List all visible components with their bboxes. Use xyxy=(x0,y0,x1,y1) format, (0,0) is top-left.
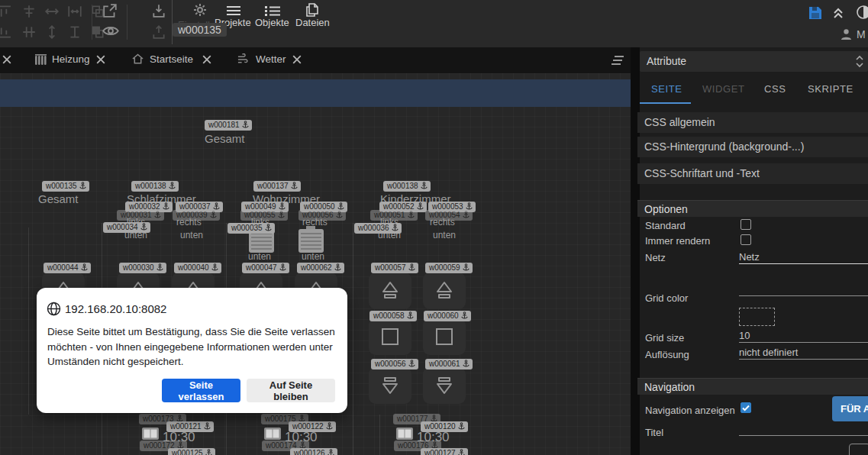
widget-badge[interactable]: w000126 xyxy=(290,448,337,455)
vis-editor-window: Einstell. w000135 Projekte Objekte Datei… xyxy=(0,0,868,455)
widget-badge[interactable]: w000122 xyxy=(289,421,336,432)
widget-badge[interactable]: w000040 xyxy=(174,263,221,273)
widget-badge[interactable]: w000035 xyxy=(227,223,275,234)
section-css-schriftart[interactable]: CSS-Schriftart und -Text xyxy=(637,163,868,184)
widget-badge[interactable]: w000127 xyxy=(421,448,468,455)
attribute-select[interactable]: Attribute xyxy=(640,51,868,72)
immer-rendern-label: Immer rendern xyxy=(645,235,710,247)
widget-badge[interactable]: w000135 xyxy=(42,181,89,192)
widget-label[interactable]: unten xyxy=(180,230,203,240)
widget-label[interactable]: unten xyxy=(248,251,271,262)
shutter-stop-button[interactable] xyxy=(423,318,466,355)
window-icon[interactable] xyxy=(396,428,413,440)
grid-size-input[interactable] xyxy=(739,329,868,343)
widget-badge[interactable]: w000044 xyxy=(44,263,91,273)
widget-badge[interactable]: w000121 xyxy=(166,421,214,432)
collapse-toolbar-icon[interactable] xyxy=(831,7,847,21)
save-icon[interactable] xyxy=(808,5,823,19)
widget-badge[interactable]: w000138 xyxy=(131,181,179,192)
group-border-line xyxy=(28,228,29,415)
grid-color-label: Grid color xyxy=(645,292,688,304)
widget-badge[interactable]: w000056 xyxy=(371,359,418,369)
widget-badge[interactable]: w000120 xyxy=(421,421,468,432)
section-css-hintergrund[interactable]: CSS-Hintergrund (background-...) xyxy=(637,137,868,157)
window-icon[interactable] xyxy=(142,428,159,440)
panel-tab-skripte[interactable]: SKRIPTE xyxy=(808,83,853,95)
aufloesung-input[interactable] xyxy=(739,346,868,360)
widget-badge[interactable]: w000051 xyxy=(370,210,418,221)
titel-label: Titel xyxy=(645,427,663,438)
dialog-message: Diese Seite bittet um Bestätigung, dass … xyxy=(47,324,337,369)
netz-label: Netz xyxy=(645,252,666,263)
widget-id-tooltip: w000135 xyxy=(173,23,227,37)
widget-badge[interactable]: w000036 xyxy=(354,223,402,234)
widget-badge[interactable]: w000054 xyxy=(425,210,473,221)
standard-checkbox[interactable] xyxy=(741,219,751,230)
widget-badge[interactable]: w000031 xyxy=(117,210,164,221)
widget-badge[interactable]: w000057 xyxy=(371,263,418,273)
theme-toggle-icon[interactable] xyxy=(856,5,868,18)
clipped-field-box xyxy=(849,444,868,455)
active-tab-underline xyxy=(640,102,691,104)
grid-color-input[interactable] xyxy=(739,282,868,296)
shutter-up-button[interactable] xyxy=(369,273,411,309)
widget-badge[interactable]: w000058 xyxy=(369,311,417,321)
select-chevrons-icon xyxy=(855,55,864,68)
group-navigation[interactable]: Navigation xyxy=(637,378,868,395)
widget-badge[interactable]: w000056 xyxy=(298,210,346,221)
grid-color-swatch[interactable] xyxy=(739,308,775,326)
widget-badge[interactable]: w000047 xyxy=(242,263,289,273)
stay-on-page-button[interactable]: Auf Seite bleiben xyxy=(247,379,335,402)
widget-badge[interactable]: w000125 xyxy=(168,448,215,455)
panel-tab-widget[interactable]: WIDGET xyxy=(702,83,745,95)
widget-badge[interactable]: w000060 xyxy=(424,311,471,321)
widget-label[interactable]: Gesamt xyxy=(38,192,79,205)
group-border-line xyxy=(379,415,380,455)
panel-tab-css[interactable]: CSS xyxy=(764,83,786,95)
panel-tab-seite[interactable]: SEITE xyxy=(651,83,682,95)
shutter-up-button[interactable] xyxy=(423,273,466,309)
leave-page-button[interactable]: Seite verlassen xyxy=(162,379,240,402)
group-border-line xyxy=(353,223,353,455)
standard-label: Standard xyxy=(645,220,686,231)
widget-badge[interactable]: w000055 xyxy=(240,210,288,221)
shutter-down-button[interactable] xyxy=(423,367,466,404)
widget-label[interactable]: unten xyxy=(433,230,456,240)
user-initial: M xyxy=(857,28,866,40)
titel-input[interactable] xyxy=(739,422,868,436)
aufloesung-label: Auflösung xyxy=(645,349,689,360)
dialog-host: 192.168.20.10:8082 xyxy=(65,302,166,315)
shutter-stop-button[interactable] xyxy=(369,318,411,355)
widget-badge[interactable]: w000061 xyxy=(425,359,473,369)
widget-badge[interactable]: w000138 xyxy=(383,181,431,192)
fuer-alle-button[interactable]: FÜR A xyxy=(832,396,868,421)
immer-rendern-checkbox[interactable] xyxy=(741,234,751,245)
shutter-down-button[interactable] xyxy=(369,367,411,404)
widget-badge[interactable]: w000062 xyxy=(297,263,344,273)
widget-badge[interactable]: w000181 xyxy=(205,120,252,131)
attributes-panel: Attribute SEITE WIDGET CSS SKRIPTE CSS a… xyxy=(640,47,868,455)
section-css-allgemein[interactable]: CSS allgemein xyxy=(637,112,868,133)
grid-size-label: Grid size xyxy=(645,332,684,344)
user-avatar-icon[interactable] xyxy=(840,27,855,41)
blind-widget[interactable] xyxy=(298,226,324,253)
netz-input[interactable] xyxy=(739,250,868,264)
navigation-anzeigen-checkbox[interactable] xyxy=(741,402,751,413)
widget-badge[interactable]: w000034 xyxy=(103,222,150,233)
widget-badge[interactable]: w000030 xyxy=(119,263,166,273)
widget-label[interactable]: Gesamt xyxy=(205,132,245,145)
attribute-select-value: Attribute xyxy=(647,55,686,67)
widget-badge[interactable]: w000039 xyxy=(173,210,220,221)
widget-badge[interactable]: w000059 xyxy=(425,263,473,273)
navigation-anzeigen-label: Navigation anzeigen xyxy=(645,405,735,416)
window-icon[interactable] xyxy=(264,428,281,440)
leave-page-dialog: 192.168.20.10:8082 Diese Seite bittet um… xyxy=(37,288,347,413)
globe-icon xyxy=(47,302,61,316)
group-optionen[interactable]: Optionen xyxy=(637,200,868,217)
widget-badge[interactable]: w000137 xyxy=(253,181,301,192)
widget-label[interactable]: unten xyxy=(302,251,324,262)
